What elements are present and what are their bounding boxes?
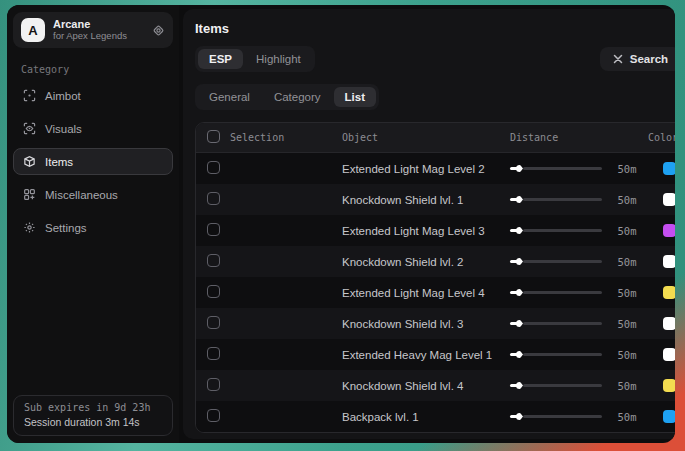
color-swatch[interactable] [663,348,675,361]
slider-fill [510,353,517,356]
column-header-color: Color [648,132,675,143]
row-object: Backpack lvl. 1 [342,411,510,423]
slider-fill [510,260,517,263]
table-row: Backpack lvl. 1 50m [196,401,675,432]
distance-slider[interactable] [510,165,602,172]
sidebar-item-items[interactable]: Items [13,148,173,175]
tab-highlight[interactable]: Highlight [245,49,312,69]
distance-slider[interactable] [510,227,602,234]
slider-fill [510,229,517,232]
table-row: Extended Heavy Mag Level 1 50m [196,339,675,370]
color-swatch[interactable] [663,410,675,423]
package-icon [23,155,36,168]
crosshair-icon [23,89,36,102]
search-icon [613,54,623,64]
tab-category[interactable]: Category [263,87,332,107]
color-swatch[interactable] [663,224,675,237]
column-header-selection: Selection [230,132,342,143]
table-row: Extended Light Mag Level 4 50m [196,277,675,308]
slider-thumb[interactable] [516,413,523,420]
row-object: Knockdown Shield lvl. 2 [342,256,510,268]
slider-fill [510,415,517,418]
eye-icon [23,122,36,135]
distance-slider[interactable] [510,382,602,389]
sidebar-item-label: Aimbot [45,90,81,102]
row-checkbox[interactable] [207,161,220,174]
controls-row: ESP Highlight Search [195,46,675,72]
color-swatch[interactable] [663,286,675,299]
row-object: Knockdown Shield lvl. 1 [342,194,510,206]
distance-value: 50m [606,349,648,361]
mode-tabs: ESP Highlight [195,46,315,72]
slider-fill [510,291,517,294]
table-row: Extended Light Mag Level 2 50m [196,153,675,184]
color-swatch[interactable] [663,317,675,330]
row-checkbox[interactable] [207,378,220,391]
slider-thumb[interactable] [516,165,523,172]
slider-fill [510,167,517,170]
table-row: Knockdown Shield lvl. 4 50m [196,370,675,401]
distance-slider[interactable] [510,196,602,203]
search-button[interactable]: Search [600,47,675,71]
sidebar-item-aimbot[interactable]: Aimbot [13,82,173,109]
slider-thumb[interactable] [516,320,523,327]
row-object: Knockdown Shield lvl. 4 [342,380,510,392]
sidebar-item-settings[interactable]: Settings [13,214,173,241]
tab-esp[interactable]: ESP [198,49,243,69]
distance-slider[interactable] [510,413,602,420]
session-duration: Session duration 3m 14s [24,416,162,428]
select-all-checkbox[interactable] [207,130,220,143]
page-title: Items [195,21,675,36]
tab-list[interactable]: List [334,87,376,107]
distance-slider[interactable] [510,351,602,358]
slider-thumb[interactable] [516,258,523,265]
slider-thumb[interactable] [516,351,523,358]
slider-thumb[interactable] [516,289,523,296]
app-subtitle: for Apex Legends [53,31,144,42]
slider-track [523,415,602,418]
table-row: Extended Light Mag Level 3 50m [196,215,675,246]
tab-general[interactable]: General [198,87,261,107]
distance-value: 50m [606,287,648,299]
table-body: Extended Light Mag Level 2 50m Knockdown… [196,153,675,432]
distance-slider[interactable] [510,258,602,265]
row-checkbox[interactable] [207,316,220,329]
row-object: Knockdown Shield lvl. 3 [342,318,510,330]
distance-slider[interactable] [510,320,602,327]
pin-icon[interactable] [152,24,165,37]
slider-track [523,229,602,232]
color-swatch[interactable] [663,255,675,268]
view-tabs: General Category List [195,84,379,110]
slider-thumb[interactable] [516,196,523,203]
row-checkbox[interactable] [207,409,220,422]
slider-track [523,260,602,263]
table-header-row: Selection Object Distance Color [196,123,675,153]
color-swatch[interactable] [663,379,675,392]
row-checkbox[interactable] [207,285,220,298]
row-checkbox[interactable] [207,192,220,205]
sidebar-nav: Aimbot Visuals [7,79,179,244]
row-checkbox[interactable] [207,347,220,360]
table-row: Knockdown Shield lvl. 2 50m [196,246,675,277]
distance-slider[interactable] [510,289,602,296]
color-swatch[interactable] [663,162,675,175]
column-header-distance: Distance [510,132,606,143]
slider-track [523,384,602,387]
sidebar: A Arcane for Apex Legends Category [7,5,179,443]
grid-icon [23,188,36,201]
sidebar-item-visuals[interactable]: Visuals [13,115,173,142]
table-row: Knockdown Shield lvl. 1 50m [196,184,675,215]
row-checkbox[interactable] [207,254,220,267]
app-logo: A [21,18,45,42]
sidebar-item-miscellaneous[interactable]: Miscellaneous [13,181,173,208]
subscription-info-card: Sub expires in 9d 23h Session duration 3… [13,395,173,436]
distance-value: 50m [606,194,648,206]
row-checkbox[interactable] [207,223,220,236]
slider-thumb[interactable] [516,227,523,234]
slider-track [523,353,602,356]
sidebar-section-label: Category [21,64,179,75]
slider-thumb[interactable] [516,382,523,389]
distance-value: 50m [606,256,648,268]
slider-fill [510,384,517,387]
color-swatch[interactable] [663,193,675,206]
